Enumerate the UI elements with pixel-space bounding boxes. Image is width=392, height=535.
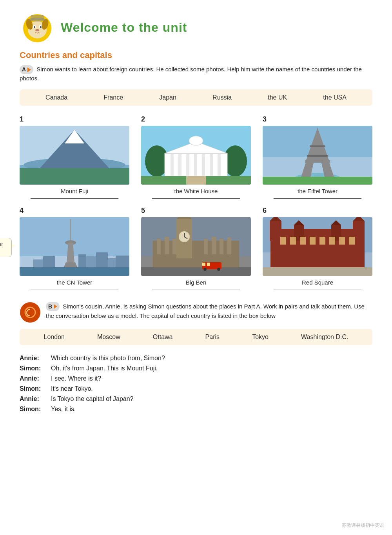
- svg-point-106: [20, 302, 40, 323]
- badge-a: A: [20, 65, 33, 74]
- svg-rect-42: [307, 155, 328, 157]
- line-1: Which country is this photo from, Simon?: [51, 355, 165, 362]
- speaker-4: Simon:: [20, 385, 51, 392]
- photo-number-3: 3: [263, 115, 267, 123]
- speaker-2: Simon:: [20, 365, 51, 372]
- word-ottawa: Ottawa: [153, 334, 173, 341]
- photo-item-6: 6: [263, 207, 372, 290]
- photo-bigben: [141, 217, 251, 276]
- word-russia: Russia: [212, 94, 232, 101]
- word-london: London: [44, 334, 65, 341]
- svg-rect-97: [280, 237, 286, 245]
- tooltip-cn-tower: The CN Tower is in Toronto.: [0, 241, 3, 254]
- svg-point-30: [189, 136, 203, 145]
- svg-rect-89: [270, 221, 281, 241]
- page-header: Welcome to the unit: [20, 12, 372, 43]
- watermark: 苏教译林版初中英语: [342, 522, 384, 529]
- svg-rect-28: [218, 154, 221, 176]
- line-2: Oh, it's from Japan. This is Mount Fuji.: [51, 365, 158, 372]
- word-france: France: [103, 94, 123, 101]
- photo-cn: [20, 217, 129, 276]
- badge-b: B: [46, 302, 60, 311]
- dialogue-row-6: Simon: Yes, it is.: [20, 406, 372, 413]
- svg-rect-98: [290, 237, 296, 245]
- dialogue-row-3: Annie: I see. Where is it?: [20, 375, 372, 382]
- dialogue: Annie: Which country is this photo from,…: [20, 355, 372, 413]
- photo-number-5: 5: [141, 207, 145, 215]
- mascot-icon: [20, 12, 55, 43]
- svg-point-5: [40, 26, 42, 28]
- line-4: It's near Tokyo.: [51, 385, 93, 392]
- svg-point-85: [217, 268, 220, 271]
- svg-rect-66: [165, 237, 169, 254]
- photo-item-2: 2: [141, 115, 251, 199]
- line-6: Yes, it is.: [51, 406, 76, 413]
- word-moscow: Moscow: [97, 334, 120, 341]
- svg-point-6: [35, 29, 39, 31]
- svg-rect-43: [263, 177, 372, 185]
- svg-point-84: [203, 268, 207, 271]
- photo-item-1: 1 Mount Fuji: [20, 115, 129, 199]
- svg-rect-17: [20, 168, 129, 185]
- svg-rect-80: [141, 267, 251, 276]
- page-title: Welcome to the unit: [61, 20, 187, 35]
- photo-item-4: The CN Tower is in Toronto. 4: [20, 207, 129, 290]
- speaker-1: Annie:: [20, 355, 51, 362]
- svg-rect-49: [20, 217, 129, 256]
- word-canada: Canada: [45, 94, 67, 101]
- photo-eiffel: [263, 126, 372, 185]
- svg-rect-61: [20, 267, 129, 276]
- svg-rect-83: [207, 263, 210, 266]
- caption-3: the Eiffel Tower: [298, 188, 338, 194]
- word-japan: Japan: [159, 94, 176, 101]
- svg-rect-101: [319, 237, 325, 245]
- svg-rect-38: [305, 160, 330, 163]
- section-b: B Simon's cousin, Annie, is asking Simon…: [20, 302, 372, 413]
- photo-whitehouse: [141, 126, 251, 185]
- svg-rect-32: [186, 176, 206, 185]
- svg-rect-65: [157, 239, 161, 254]
- svg-rect-71: [212, 237, 216, 254]
- photo-item-3: 3: [263, 115, 372, 199]
- photo-number-1: 1: [20, 115, 24, 123]
- caption-5: Big Ben: [186, 279, 207, 286]
- svg-rect-104: [349, 237, 355, 245]
- svg-rect-103: [339, 237, 345, 245]
- word-usa: the USA: [323, 94, 347, 101]
- caption-2: the White House: [174, 188, 218, 194]
- speaker-5: Annie:: [20, 395, 51, 403]
- svg-rect-26: [202, 154, 205, 176]
- word-uk: the UK: [268, 94, 287, 101]
- line-5: Is Tokyo the capital of Japan?: [51, 395, 134, 403]
- svg-rect-88: [270, 229, 365, 268]
- photo-number-4: 4: [20, 207, 24, 215]
- dialogue-row-4: Simon: It's near Tokyo.: [20, 385, 372, 392]
- line-2: [152, 198, 240, 199]
- svg-rect-82: [202, 263, 205, 266]
- word-bank-a: Canada France Japan Russia the UK the US…: [20, 89, 372, 106]
- dialogue-row-1: Annie: Which country is this photo from,…: [20, 355, 372, 362]
- svg-rect-67: [172, 239, 176, 254]
- caption-4: the CN Tower: [57, 279, 93, 286]
- dialogue-row-5: Annie: Is Tokyo the capital of Japan?: [20, 395, 372, 403]
- word-tokyo: Tokyo: [252, 334, 269, 341]
- section-b-icon: [20, 302, 41, 323]
- caption-6: Red Square: [302, 279, 333, 286]
- svg-rect-102: [329, 237, 335, 245]
- svg-rect-25: [194, 154, 197, 176]
- svg-rect-27: [210, 154, 213, 176]
- svg-rect-23: [178, 154, 181, 176]
- line-6: [274, 290, 361, 290]
- line-1: [31, 198, 118, 199]
- svg-rect-100: [310, 237, 316, 245]
- line-4: [31, 290, 118, 290]
- speaker-3: Annie:: [20, 375, 51, 382]
- section-b-header: B Simon's cousin, Annie, is asking Simon…: [20, 302, 372, 323]
- svg-point-4: [34, 26, 35, 28]
- photo-item-5: 5: [141, 207, 251, 290]
- svg-rect-99: [300, 237, 306, 245]
- svg-rect-70: [204, 239, 208, 254]
- photo-redsquare: [263, 217, 372, 276]
- section-a: Countries and capitals A Simon wants to …: [20, 50, 372, 290]
- line-3: [274, 198, 361, 199]
